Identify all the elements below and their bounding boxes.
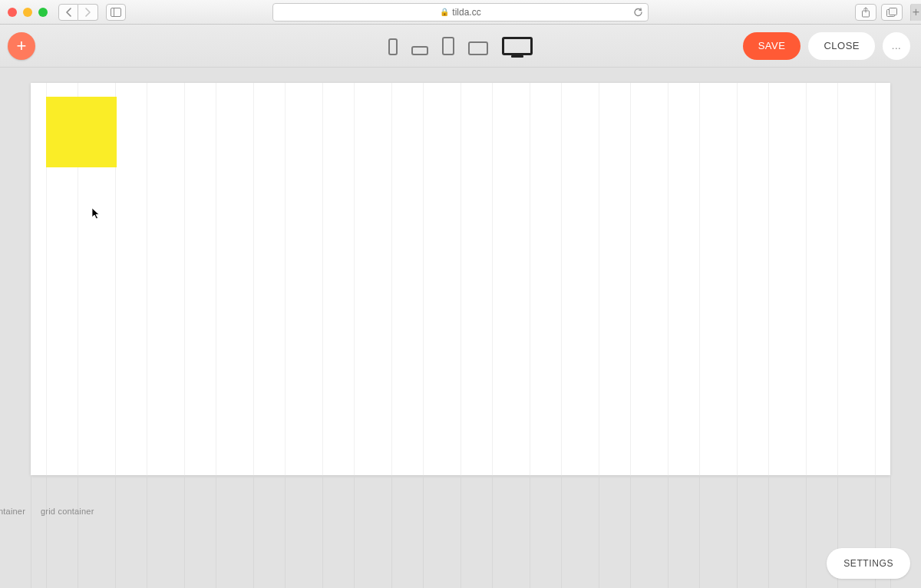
browser-right-buttons — [855, 4, 903, 21]
device-switcher — [388, 37, 533, 55]
tabs-button[interactable] — [881, 4, 903, 21]
device-phone-portrait[interactable] — [388, 38, 398, 55]
hint-grid-container: grid container — [41, 507, 94, 516]
hint-left-cut: ntainer — [0, 507, 25, 516]
svg-rect-0 — [111, 8, 121, 16]
address-bar[interactable]: 🔒 tilda.cc — [272, 3, 649, 21]
new-tab-button[interactable]: + — [910, 4, 921, 21]
back-button[interactable] — [58, 4, 78, 21]
url-text: tilda.cc — [452, 7, 480, 18]
window-controls — [8, 8, 48, 17]
toolbar-actions: SAVE CLOSE ... — [743, 32, 910, 60]
window-zoom-button[interactable] — [38, 8, 48, 17]
sidebar-toggle-button[interactable] — [106, 4, 126, 21]
settings-button[interactable]: SETTINGS — [827, 548, 910, 579]
nav-back-forward — [58, 4, 98, 21]
save-button[interactable]: SAVE — [743, 32, 801, 60]
device-desktop[interactable] — [502, 37, 533, 55]
editor-toolbar: + SAVE CLOSE ... — [0, 25, 921, 68]
grid-overlay — [31, 83, 890, 475]
more-button[interactable]: ... — [883, 32, 910, 60]
add-block-button[interactable]: + — [8, 32, 35, 60]
forward-button[interactable] — [78, 4, 98, 21]
footer-hints: ntainer grid container — [0, 507, 94, 516]
editor: + SAVE CLOSE ... ntainer grid container … — [0, 25, 921, 588]
device-tablet-landscape[interactable] — [468, 41, 488, 55]
share-button[interactable] — [855, 4, 876, 21]
window-close-button[interactable] — [8, 8, 17, 17]
svg-rect-4 — [890, 8, 897, 15]
device-tablet-portrait[interactable] — [442, 37, 454, 55]
canvas[interactable]: ntainer grid container SETTINGS — [0, 68, 921, 588]
browser-chrome: 🔒 tilda.cc + — [0, 0, 921, 25]
page-artboard[interactable] — [31, 83, 890, 475]
window-minimize-button[interactable] — [23, 8, 32, 17]
device-phone-landscape[interactable] — [411, 46, 428, 55]
close-button[interactable]: CLOSE — [808, 32, 875, 60]
shape-block[interactable] — [46, 97, 117, 167]
grid-below — [0, 475, 921, 588]
reload-button[interactable] — [633, 7, 643, 17]
lock-icon: 🔒 — [440, 8, 449, 16]
